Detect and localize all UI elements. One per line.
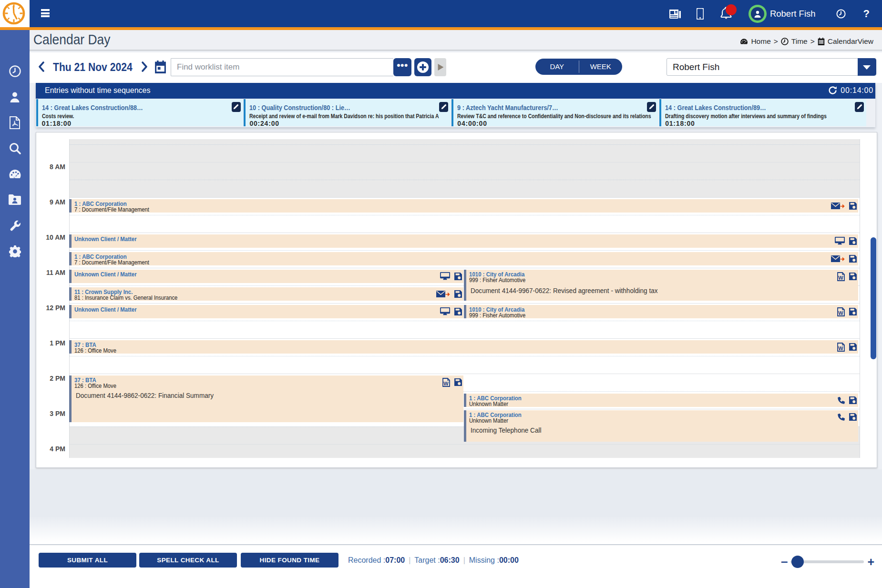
svg-text:W: W <box>443 380 449 386</box>
svg-text:W: W <box>838 274 843 280</box>
svg-text:W: W <box>838 310 843 315</box>
svg-text:W: W <box>838 345 843 351</box>
